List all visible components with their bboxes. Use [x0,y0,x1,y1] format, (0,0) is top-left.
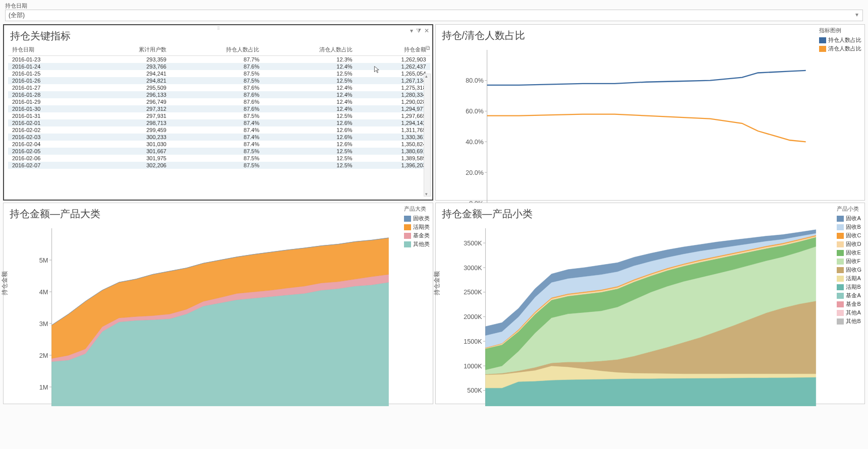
table-header[interactable]: 累计用户数 [90,45,170,56]
legend-item[interactable]: 基金B [837,300,861,308]
table-header[interactable]: 持仓人数占比 [170,45,263,56]
legend-swatch [404,233,411,239]
table-row[interactable]: 2016-01-29296,74987.6%12.4%1,290,028 [8,98,430,105]
legend-swatch [837,241,844,247]
legend-label: 固收C [846,232,861,239]
table-cell: 87.4% [170,126,263,134]
panel-title: 持仓/清仓人数占比 [436,25,865,44]
legend-swatch [404,224,411,230]
table-row[interactable]: 2016-02-03300,23387.4%12.6%1,330,361 [8,134,430,141]
table-row[interactable]: 2016-02-06301,97587.5%12.5%1,389,589 [8,155,430,162]
table-row[interactable]: 2016-01-28296,13387.6%12.4%1,280,334 [8,91,430,98]
legend-title: 指标图例 [819,27,861,34]
legend-item[interactable]: 活期B [837,283,861,291]
legend-item[interactable]: 活期类 [404,223,430,231]
table-cell: 87.5% [170,162,263,169]
table-row[interactable]: 2016-02-07302,20687.5%12.5%1,396,203 [8,162,430,169]
table-cell: 1,297,665 [357,112,430,119]
table-scrollbar[interactable] [424,74,431,197]
table-cell: 294,821 [90,77,170,84]
legend-item[interactable]: 固收类 [404,215,430,222]
y-axis-label: 持仓金额 [1,263,9,303]
table-row[interactable]: 2016-01-31297,93187.5%12.5%1,297,665 [8,112,430,119]
table-row[interactable]: 2016-02-04301,03087.4%12.6%1,350,824 [8,141,430,148]
svg-text:20.0%: 20.0% [466,169,484,176]
table-header[interactable]: 持仓金额 [357,45,430,56]
table-row[interactable]: 2016-01-30297,31287.6%12.4%1,294,977 [8,105,430,112]
table-cell: 87.4% [170,134,263,141]
table-cell: 1,396,203 [357,162,430,169]
table-row[interactable]: 2016-01-27295,50987.6%12.4%1,275,318 [8,84,430,91]
legend-item[interactable]: 固收D [837,240,861,248]
table-cell: 87.6% [170,63,263,70]
table-cell: 2016-01-26 [8,77,90,84]
area-chart-sub[interactable]: 0K500K1000K1500K2000K2500K3000K3500K [460,225,820,406]
table-header[interactable]: 持仓日期 [8,45,90,56]
legend-item[interactable]: 其他A [837,309,861,316]
svg-text:4M: 4M [39,288,48,296]
legend-label: 持仓人数占比 [828,36,861,44]
close-icon[interactable]: ✕ [424,27,429,34]
area-chart-big[interactable]: 0M1M2M3M4M5M [26,225,392,406]
ratio-line-chart[interactable]: 0.0%20.0%40.0%60.0%80.0% [464,46,809,209]
table-cell: 2016-02-01 [8,119,90,126]
table-cell: 1,280,334 [357,91,430,98]
legend-swatch [837,276,844,282]
panel-key-indicators: :::::::: ▾ ⧩ ✕ ⧉ 持仓关键指标 持仓日期累计用户数持仓人数占比清… [3,24,433,201]
drag-handle-icon[interactable]: :::::::: [217,25,219,30]
svg-text:3500K: 3500K [464,240,482,247]
y-axis-label: 持仓金额 [432,263,441,303]
keep-only-icon[interactable]: ▾ [410,27,413,34]
svg-text:2000K: 2000K [464,313,482,320]
legend-swatch [819,46,826,52]
table-cell: 2016-02-03 [8,134,90,141]
legend-item[interactable]: 固收C [837,232,861,239]
popout-icon[interactable]: ⧉ [426,44,430,51]
table-cell: 12.5% [263,70,356,77]
table-cell: 293,359 [90,56,170,63]
legend-item[interactable]: 持仓人数占比 [819,36,861,44]
legend-item[interactable]: 基金类 [404,232,430,239]
table-cell: 298,713 [90,119,170,126]
legend-item[interactable]: 固收B [837,223,861,231]
legend-item[interactable]: 固收E [837,249,861,256]
legend-item[interactable]: 固收G [837,266,861,274]
table-row[interactable]: 2016-02-05301,66787.5%12.5%1,380,691 [8,148,430,155]
table-row[interactable]: 2016-01-23293,35987.7%12.3%1,262,903 [8,56,430,63]
table-cell: 12.5% [263,77,356,84]
legend-item[interactable]: 其他类 [404,240,430,248]
legend-item[interactable]: 活期A [837,275,861,282]
table-cell: 12.5% [263,112,356,119]
legend-label: 基金类 [413,232,430,239]
table-cell: 87.5% [170,77,263,84]
table-row[interactable]: 2016-02-02299,45987.4%12.6%1,311,765 [8,126,430,134]
date-filter-select[interactable]: (全部) [5,10,863,21]
legend-item[interactable]: 基金A [837,292,861,299]
table-row[interactable]: 2016-02-01298,71387.4%12.6%1,294,142 [8,119,430,126]
legend-item[interactable]: 固收A [837,215,861,222]
legend-item[interactable]: 其他B [837,317,861,325]
table-row[interactable]: 2016-01-25294,24187.5%12.5%1,265,054 [8,70,430,77]
filter-icon[interactable]: ⧩ [416,27,421,34]
table-cell: 87.5% [170,155,263,162]
svg-text:2500K: 2500K [464,289,482,296]
table-header[interactable]: 清仓人数占比 [263,45,356,56]
table-cell: 301,030 [90,141,170,148]
sub-legend: 产品小类 固收A固收B固收C固收D固收E固收F固收G活期A活期B基金A基金B其他… [837,205,861,326]
table-cell: 1,311,765 [357,126,430,134]
legend-item[interactable]: 清仓人数占比 [819,45,861,52]
table-cell: 12.4% [263,105,356,112]
legend-label: 固收类 [413,215,430,222]
svg-text:60.0%: 60.0% [466,108,484,115]
table-cell: 299,459 [90,126,170,134]
legend-label: 活期类 [413,223,430,231]
legend-title: 产品小类 [837,205,861,213]
table-cell: 87.4% [170,141,263,148]
table-row[interactable]: 2016-01-26294,82187.5%12.5%1,267,134 [8,77,430,84]
table-row[interactable]: 2016-01-24293,76687.6%12.4%1,262,437 [8,63,430,70]
svg-text:2M: 2M [39,352,48,359]
legend-item[interactable]: 固收F [837,258,861,265]
table-cell: 1,294,977 [357,105,430,112]
cursor-icon [373,66,381,74]
legend-swatch [837,267,844,273]
